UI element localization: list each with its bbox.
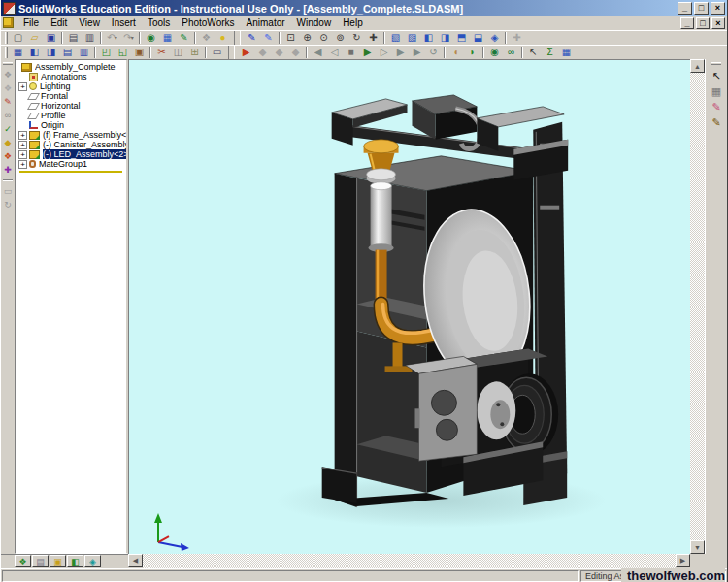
zoom-fit-icon[interactable]: ⊙: [315, 31, 332, 45]
rotate-view-icon[interactable]: ↻: [348, 31, 365, 45]
play-icon[interactable]: ▶: [359, 46, 376, 59]
tree-item-led-assembly-2[interactable]: +(-) LED_Assembly<2>: [16, 149, 126, 159]
edit-color-icon[interactable]: ▦: [159, 31, 176, 45]
child-restore-button[interactable]: □: [696, 17, 710, 29]
child-minimize-button[interactable]: _: [680, 17, 694, 29]
animator-delete-icon[interactable]: ◆: [287, 46, 304, 59]
new-icon[interactable]: ▢: [10, 31, 26, 45]
vertical-scroll-track[interactable]: [690, 73, 705, 540]
move-component-icon[interactable]: ▭: [1, 184, 15, 198]
view-front-icon[interactable]: ▧: [387, 31, 404, 45]
pw-render-selection-icon[interactable]: ◨: [43, 46, 59, 59]
minimize-button[interactable]: _: [678, 2, 692, 15]
viewport[interactable]: [128, 59, 690, 554]
no-external-refs-icon[interactable]: ◆: [1, 136, 15, 149]
featuremanager-tab[interactable]: ❖: [15, 555, 31, 567]
rollback-bar[interactable]: [19, 171, 122, 173]
animator-new-icon[interactable]: ◆: [254, 46, 271, 59]
pw-copy-icon[interactable]: ✂: [153, 46, 170, 59]
menu-view[interactable]: View: [73, 16, 106, 29]
zoom-area-icon[interactable]: ⊡: [282, 31, 299, 45]
menu-window[interactable]: Window: [291, 16, 338, 29]
sketch-line-icon[interactable]: ✎: [708, 114, 725, 130]
view-back-icon[interactable]: ▨: [404, 31, 420, 45]
zoom-selection-icon[interactable]: ⊚: [332, 31, 348, 45]
save-icon[interactable]: ▣: [43, 31, 59, 45]
undo-icon[interactable]: ↶▾: [104, 31, 120, 45]
tree-item-canister-assembly-1[interactable]: +(-) Canister_Assembly<1>: [16, 140, 126, 149]
tree-item-assembly-complete[interactable]: Assembly_Complete: [16, 62, 126, 72]
goto-end-icon[interactable]: ▶: [409, 46, 425, 59]
pan-icon[interactable]: ✚: [365, 31, 381, 45]
tree-item-annotations[interactable]: Annotations: [16, 72, 126, 81]
restore-button[interactable]: □: [694, 2, 709, 15]
hide-component-icon[interactable]: ∞: [1, 109, 15, 122]
expand-toggle[interactable]: +: [18, 160, 27, 169]
simulation-icon[interactable]: ◉: [486, 46, 503, 59]
animator-edit-icon[interactable]: ◆: [271, 46, 287, 59]
wireframe-icon[interactable]: ❖: [1, 68, 15, 81]
toolbar-grip[interactable]: [3, 62, 13, 65]
view-bottom-icon[interactable]: ⬓: [470, 31, 486, 45]
grid-icon[interactable]: ▦: [708, 83, 725, 99]
zoom-in-out-icon[interactable]: ⊕: [299, 31, 315, 45]
scroll-up-button[interactable]: ▲: [690, 59, 705, 73]
close-button[interactable]: ×: [711, 2, 725, 15]
expand-toggle[interactable]: +: [18, 141, 27, 149]
pw-scene-editor-icon[interactable]: ◱: [115, 46, 131, 59]
mate-icon[interactable]: ✚: [1, 163, 15, 177]
scroll-left-button[interactable]: ◀: [128, 554, 143, 567]
horizontal-scroll-track[interactable]: [143, 554, 676, 568]
toolbar-grip[interactable]: [711, 62, 721, 65]
animator-record-icon[interactable]: ◖: [447, 46, 464, 59]
edit-texture-icon[interactable]: ✎: [176, 31, 192, 45]
motion-icon[interactable]: ∞: [503, 46, 519, 59]
sketch-icon[interactable]: ✎: [244, 31, 260, 45]
pw-save-image-icon[interactable]: ▣: [131, 46, 148, 59]
tree-item-frontal[interactable]: Frontal: [16, 91, 126, 101]
tree-item-horizontal[interactable]: Horizontal: [16, 101, 126, 111]
expand-toggle[interactable]: +: [18, 82, 27, 91]
menu-file[interactable]: File: [17, 16, 45, 29]
3d-sketch-icon[interactable]: ✎: [260, 31, 277, 45]
toolbar-grip[interactable]: [5, 47, 8, 58]
photoworks-tab[interactable]: ◧: [67, 555, 83, 567]
stop-icon[interactable]: ■: [343, 46, 359, 59]
menu-insert[interactable]: Insert: [106, 16, 142, 29]
hidden-lines-icon[interactable]: ❖: [1, 81, 15, 95]
select-icon[interactable]: ↖: [525, 46, 542, 59]
tree-item-lighting[interactable]: +Lighting: [16, 81, 126, 91]
step-back-icon[interactable]: ◁: [326, 46, 343, 59]
menu-tools[interactable]: Tools: [142, 16, 176, 29]
menu-edit[interactable]: Edit: [45, 16, 73, 29]
fast-forward-icon[interactable]: ▷: [376, 46, 392, 59]
copy-settings-icon[interactable]: ◫: [170, 46, 186, 59]
configurationmanager-tab[interactable]: ▣: [50, 555, 66, 567]
tree-item-mategroup1[interactable]: +MateGroup1: [16, 159, 126, 169]
pw-scenes-icon[interactable]: ▥: [76, 46, 92, 59]
tree-item-f-frame-assembly-2[interactable]: +(f) Frame_Assembly<2>: [16, 130, 126, 140]
propertymanager-tab[interactable]: ▤: [32, 555, 49, 567]
step-forward-icon[interactable]: ▶: [392, 46, 409, 59]
expand-toggle[interactable]: +: [18, 150, 27, 159]
select-tool-icon[interactable]: ↖: [708, 68, 725, 83]
view-top-icon[interactable]: ⬒: [453, 31, 470, 45]
child-close-button[interactable]: ×: [711, 17, 725, 29]
view-left-icon[interactable]: ◧: [420, 31, 437, 45]
vertical-scrollbar[interactable]: ▲ ▼: [690, 59, 705, 554]
animator-tab[interactable]: ◈: [84, 555, 101, 567]
print-preview-icon[interactable]: ▥: [82, 31, 98, 45]
goto-start-icon[interactable]: ◀: [310, 46, 326, 59]
pw-material-editor-icon[interactable]: ◰: [98, 46, 115, 59]
view-isometric-icon[interactable]: ◈: [486, 31, 503, 45]
print-icon[interactable]: ▤: [65, 31, 82, 45]
toolbar-grip[interactable]: [5, 32, 8, 44]
eraser-icon[interactable]: ✎: [708, 99, 725, 114]
lighting-icon[interactable]: ●: [215, 31, 231, 45]
open-icon[interactable]: ▱: [26, 31, 43, 45]
menu-help[interactable]: Help: [337, 16, 369, 29]
smart-mates-icon[interactable]: ❖: [1, 149, 15, 163]
rebuild-icon[interactable]: ◉: [143, 31, 159, 45]
rotate-component-icon[interactable]: ↻: [1, 198, 15, 211]
scroll-down-button[interactable]: ▼: [690, 540, 705, 554]
